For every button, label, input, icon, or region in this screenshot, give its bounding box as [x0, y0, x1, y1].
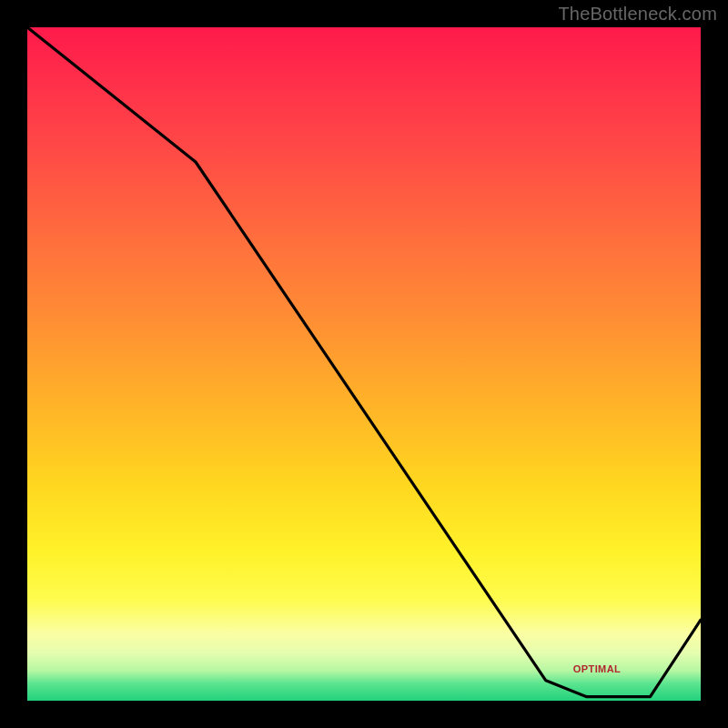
bottleneck-curve-line	[27, 27, 701, 697]
optimal-annotation: OPTIMAL	[573, 663, 621, 674]
watermark-text: TheBottleneck.com	[558, 4, 717, 25]
plot-area: OPTIMAL	[27, 27, 701, 701]
line-chart-svg	[27, 27, 701, 701]
chart-frame: TheBottleneck.com OPTIMAL	[0, 0, 728, 728]
